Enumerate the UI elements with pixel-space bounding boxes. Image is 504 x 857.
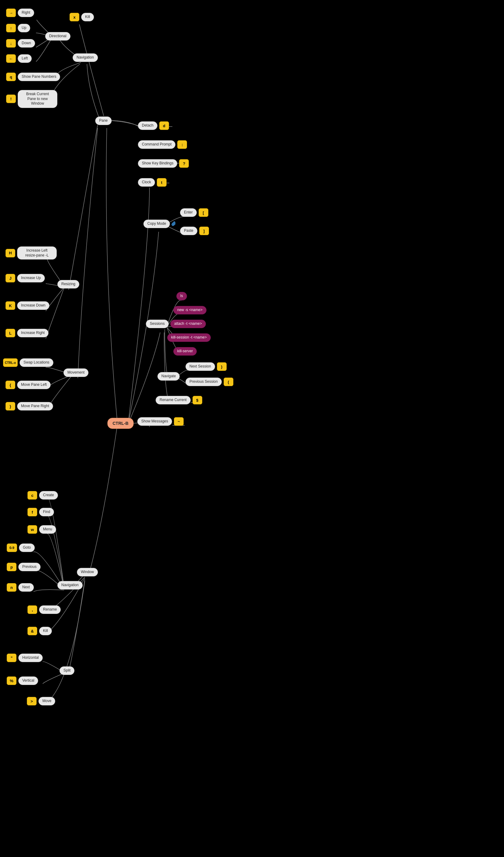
detach-node: Detach d [138,121,169,130]
navigation-pane-node: Navigation [73,53,98,62]
left-label: Left [18,54,32,63]
left-key: ← [6,54,16,63]
horizontal-split-key: " [7,654,16,662]
horizontal-split-node: " Horizontal [7,654,43,662]
show-key-bindings-label: Show Key Bindings [138,159,177,168]
ls-label: ls [177,292,187,300]
clock-label: Clock [138,178,155,187]
down-node: ↓ Down [6,39,35,48]
detach-label: Detach [138,121,157,130]
down-key: ↓ [6,39,16,48]
show-messages-key: ~ [174,417,184,426]
create-window-key: c [28,491,37,500]
right-node: → Right [6,9,34,17]
window-node: Window [77,568,98,576]
vertical-split-key: % [7,676,16,685]
increase-up-key: J [5,274,15,282]
find-window-label: Find [39,508,54,516]
copy-enter-label: Enter [180,208,197,217]
kill-pane-key: x [70,13,79,21]
window-nav-node: Navigation [57,581,83,590]
navigation-pane-label: Navigation [73,53,98,62]
copy-paste-key: ] [199,226,209,235]
break-pane-node: ! Break Current Pane to new Window [6,90,57,108]
kill-pane-label: Kill [81,13,94,21]
increase-down-node: K Increase Down [5,301,49,310]
window-nav-label: Navigation [57,581,83,590]
copy-enter-node: Enter [ [180,208,208,217]
horizontal-split-label: Horizontal [18,654,43,662]
navigate-session-node: Navigate [157,372,180,381]
rename-current-label: Rename Current [156,396,191,404]
next-window-node: n Next [7,583,34,592]
find-window-key: f [28,508,37,516]
new-session-label: new -s <name> [173,306,206,315]
copy-mode-label: Copy Mode [144,220,170,228]
command-prompt-label: Command Prompt [138,140,175,149]
show-messages-node: Show Messages ~ [137,417,184,426]
ls-node: ls [177,292,187,300]
prev-window-node: p Previous [7,563,40,571]
swap-locations-node: CTRL-o Swap Locations [3,358,53,367]
up-key: ↑ [6,24,16,32]
directional-node: Directional [45,32,70,40]
movement-node: Movement [64,368,88,377]
increase-right-label: Increase Right [17,329,49,337]
move-pane-right-label: Move Pane Right [17,402,53,410]
split-label: Split [60,667,74,675]
increase-right-key: L [5,329,15,337]
menu-window-key: w [28,525,37,534]
clock-key: t [157,178,167,187]
command-prompt-node: Command Prompt : [138,140,187,149]
show-pane-numbers-node: q Show Pane Numbers [6,72,60,81]
next-session-label: Next Session [185,362,215,371]
next-session-key: ) [217,362,227,371]
attach-session-node: attach -t <name> [170,320,206,328]
goto-window-label: Goto [19,543,35,552]
down-label: Down [18,39,35,48]
break-pane-label: Break Current Pane to new Window [18,90,57,108]
up-label: Up [18,24,30,32]
prev-window-key: p [7,563,16,571]
copy-paste-node: Paste ] [180,226,209,235]
move-pane-left-key: { [5,381,15,389]
movement-label: Movement [64,368,88,377]
rename-window-key: , [28,605,37,614]
right-key: → [6,9,16,17]
detach-key: d [159,121,169,130]
kill-server-label: kill-server [173,347,197,356]
increase-left-node: H Increase Left resize-pane -L [5,247,57,259]
pane-label: Pane [95,117,112,125]
resizing-label: Resizing [57,280,79,288]
prev-session-node: Previous Session ( [185,377,233,386]
left-node: ← Left [6,54,32,63]
show-key-bindings-key: ? [179,159,189,168]
command-prompt-key: : [177,140,187,149]
sessions-label: Sessions [146,320,169,328]
break-pane-key: ! [6,95,16,103]
increase-right-node: L Increase Right [5,329,49,337]
pane-node: Pane [95,117,112,125]
kill-pane-node: x Kill [70,13,94,21]
goto-window-key: 0-9 [7,543,17,552]
move-window-key: > [27,697,37,705]
swap-locations-label: Swap Locations [19,358,53,367]
center-node: CTRL-B [107,418,134,429]
move-pane-left-node: { Move Pane Left [5,381,51,389]
menu-window-label: Menu [39,525,56,534]
vertical-split-node: % Vertical [7,676,38,685]
kill-server-node: kill-server [173,347,197,356]
directional-label: Directional [45,32,70,40]
window-label: Window [77,568,98,576]
copy-paste-label: Paste [180,226,197,235]
attach-session-label: attach -t <name> [170,320,206,328]
next-window-key: n [7,583,16,592]
up-node: ↑ Up [6,24,30,32]
goto-window-node: 0-9 Goto [7,543,35,552]
new-session-node: new -s <name> [173,306,206,315]
kill-session-node: kill-session -t <name> [167,333,211,342]
clock-node: Clock t [138,178,167,187]
increase-down-label: Increase Down [17,301,49,310]
kill-window-node: & Kill [28,627,52,635]
show-pane-numbers-key: q [6,72,16,81]
